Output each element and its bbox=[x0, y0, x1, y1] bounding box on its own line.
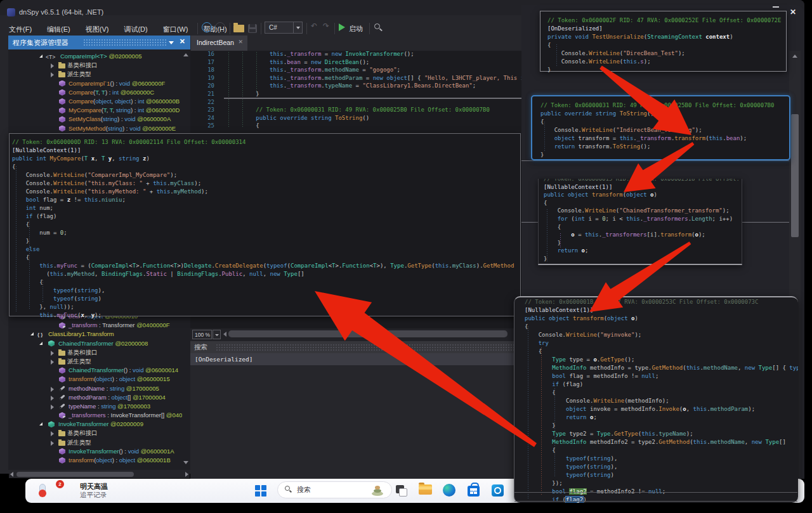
minimize-icon[interactable] bbox=[773, 6, 779, 8]
scrollbar-thumb[interactable] bbox=[16, 472, 134, 477]
code-line: Console.WriteLine("this.myClass: " + thi… bbox=[12, 179, 520, 188]
start-debug-label[interactable]: 启动 bbox=[349, 24, 363, 34]
tree-item[interactable]: SetMyMethod(string) : void @0600000E bbox=[8, 124, 182, 133]
tree-item[interactable]: methodName : string @17000005 bbox=[8, 384, 182, 393]
tree-item[interactable]: MyCompare(T, T, string) : int @0600000D bbox=[8, 106, 182, 115]
tree-item[interactable]: _transform : Transformer @0400000F bbox=[8, 321, 182, 330]
expander-collapsed-icon[interactable] bbox=[51, 431, 54, 436]
undo-button[interactable]: ↶ bbox=[311, 22, 317, 30]
tree-item[interactable]: typeName : string @17000003 bbox=[8, 402, 182, 411]
redo-button[interactable]: ↷ bbox=[323, 22, 329, 30]
bing-daily-icon[interactable] bbox=[368, 483, 387, 496]
close-icon[interactable]: ✕ bbox=[180, 37, 185, 46]
expander-collapsed-icon[interactable] bbox=[51, 351, 54, 356]
weather-subtitle[interactable]: 追平记录 bbox=[80, 491, 107, 500]
tree-horizontal-scrollbar[interactable] bbox=[9, 471, 190, 478]
language-select-arrow[interactable] bbox=[293, 22, 303, 34]
weather-thermometer-icon[interactable] bbox=[39, 484, 46, 497]
weather-title[interactable]: 明天高温 bbox=[80, 482, 108, 491]
save-button[interactable] bbox=[248, 24, 257, 33]
code-line: Console.WriteLine("myinvoke"); bbox=[525, 331, 798, 339]
code-line: return transform.ToString(); bbox=[540, 143, 789, 151]
expander-collapsed-icon[interactable] bbox=[51, 441, 54, 446]
tree-item[interactable]: 基类和接口 bbox=[8, 61, 182, 70]
code-line: Console.WriteLine("this.myMethod: " + th… bbox=[12, 188, 520, 196]
tab-indirectbean[interactable]: IndirectBean✕ bbox=[191, 36, 247, 51]
tree-item[interactable]: 派生类型 bbox=[8, 357, 182, 366]
editor-line: 16 this._transform = new InvokeTransform… bbox=[190, 50, 520, 58]
search-icon[interactable] bbox=[374, 23, 380, 29]
expander-collapsed-icon[interactable] bbox=[51, 360, 54, 365]
tree-item[interactable]: 派生类型 bbox=[8, 70, 182, 79]
outlook-button[interactable] bbox=[492, 484, 504, 497]
editor-hscrollbar-thumb[interactable] bbox=[228, 330, 508, 337]
tree-item[interactable]: <T>CompareImpl<T> @02000005 bbox=[8, 52, 182, 61]
search-icon bbox=[285, 486, 290, 491]
scroll-left-icon[interactable] bbox=[10, 472, 13, 477]
folder-icon bbox=[58, 63, 65, 68]
code-line: typeof(string), bbox=[12, 287, 520, 295]
tree-item[interactable]: 基类和接口 bbox=[8, 429, 182, 438]
chevron-down-icon[interactable] bbox=[169, 41, 174, 44]
microsoft-store-button[interactable] bbox=[468, 486, 480, 497]
tree-item[interactable]: InvokeTransformer() : void @0600001A bbox=[8, 447, 182, 456]
menu-item[interactable]: 编辑(E) bbox=[44, 23, 73, 36]
tree-item[interactable]: transform(object) : object @0600001B bbox=[8, 456, 182, 465]
scrollbar-thumb[interactable] bbox=[791, 114, 799, 237]
code-line: Console.WriteLine("DirecBean_Test"); bbox=[547, 49, 786, 58]
tree-item[interactable]: InvokeTransformer @02000009 bbox=[8, 420, 182, 429]
zoom-level[interactable]: 100 % bbox=[192, 330, 212, 339]
expander-collapsed-icon[interactable] bbox=[51, 396, 54, 401]
editor-line: 21 } bbox=[190, 90, 520, 98]
method-icon bbox=[59, 126, 65, 132]
close-icon[interactable]: ✕ bbox=[790, 8, 796, 16]
expander-collapsed-icon[interactable] bbox=[51, 72, 54, 77]
tree-item[interactable]: 派生类型 bbox=[8, 438, 182, 447]
expander-collapsed-icon[interactable] bbox=[51, 387, 54, 392]
expander-expanded-icon[interactable] bbox=[39, 422, 43, 425]
tree-item[interactable]: ChainedTransformer @02000008 bbox=[8, 339, 182, 348]
scroll-right-icon[interactable] bbox=[185, 472, 188, 477]
forward-button[interactable]: → bbox=[215, 22, 225, 32]
tab-close-icon[interactable]: ✕ bbox=[238, 39, 243, 45]
tree-item[interactable]: Compare(T, T) : int @0600000C bbox=[8, 88, 182, 97]
menu-item[interactable]: 视图(V) bbox=[83, 23, 112, 36]
expander-collapsed-icon[interactable] bbox=[51, 405, 54, 410]
tree-item[interactable]: methodParam : object[] @17000004 bbox=[8, 393, 182, 402]
expander-expanded-icon[interactable] bbox=[39, 55, 43, 58]
start-debug-icon[interactable] bbox=[339, 23, 345, 31]
tree-item[interactable]: ChainedTransformer() : void @06000014 bbox=[8, 366, 182, 375]
expander-collapsed-icon[interactable] bbox=[51, 63, 54, 68]
tree-item-label: _transformers : InvokeTransformer[] @040… bbox=[69, 411, 182, 420]
start-button[interactable] bbox=[255, 485, 266, 497]
tree-item[interactable]: 基类和接口 bbox=[8, 348, 182, 357]
expander-expanded-icon[interactable] bbox=[30, 332, 34, 335]
file-explorer-button[interactable] bbox=[419, 484, 432, 495]
tree-scroll-down[interactable] bbox=[183, 461, 188, 464]
edge-browser-button[interactable] bbox=[443, 484, 455, 497]
tree-item[interactable]: Compare(object, object) : int @0600000B bbox=[8, 97, 182, 106]
tree-item[interactable]: CompareImpl`1() : void @0600000F bbox=[8, 79, 182, 88]
assembly-explorer-header[interactable]: 程序集资源管理器 ✕ bbox=[8, 36, 190, 49]
scroll-left-icon[interactable] bbox=[223, 332, 226, 337]
tree-item[interactable]: _transformers : InvokeTransformer[] @040… bbox=[8, 411, 182, 420]
scroll-up-icon[interactable] bbox=[792, 55, 797, 58]
zoom-dropdown[interactable] bbox=[213, 330, 221, 339]
code-line: Console.WriteLine("ComparerImpl_MyCompar… bbox=[12, 171, 520, 179]
tree-item-label: SetMyMethod(string) : void @0600000E bbox=[69, 124, 176, 133]
code-line: { bbox=[525, 389, 798, 397]
line-number: 22 bbox=[190, 98, 214, 107]
menu-item[interactable]: 调试(D) bbox=[121, 23, 150, 36]
expander-expanded-icon[interactable] bbox=[39, 342, 43, 345]
menu-item[interactable]: 文件(F) bbox=[6, 23, 34, 36]
tree-scroll-up[interactable] bbox=[183, 53, 188, 56]
tree-item[interactable]: { }ClassLibrary1.Transform bbox=[8, 330, 182, 339]
back-button[interactable]: ← bbox=[202, 22, 212, 32]
open-file-button[interactable] bbox=[233, 25, 244, 32]
tree-item[interactable]: transform(object) : object @06000015 bbox=[8, 375, 182, 384]
menu-item[interactable]: 窗口(W) bbox=[160, 23, 191, 36]
tree-item[interactable]: SetMyClass(string) : void @0600000A bbox=[8, 115, 182, 124]
code-line: return o; bbox=[525, 413, 798, 422]
prop-icon bbox=[59, 394, 65, 400]
task-view-button[interactable] bbox=[396, 485, 407, 497]
